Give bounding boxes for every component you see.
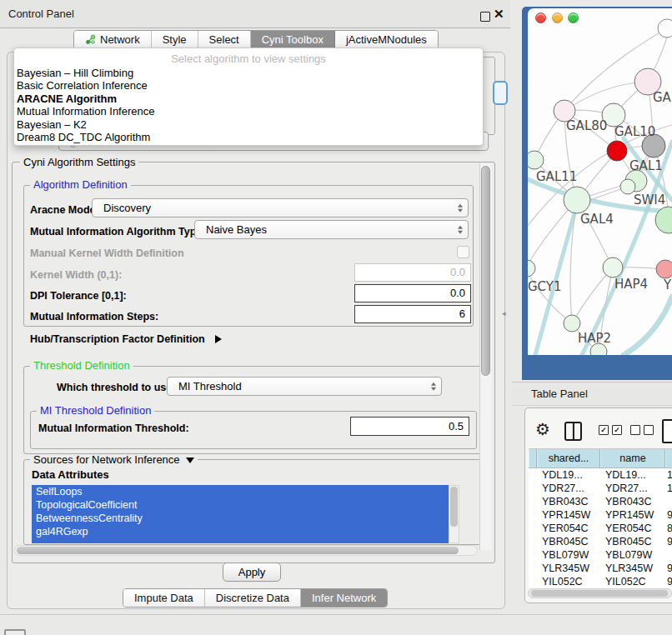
zoom-traffic-light-icon[interactable] bbox=[568, 12, 579, 23]
column-header[interactable]: A bbox=[665, 449, 672, 468]
sources-title[interactable]: Sources for Network Inference bbox=[30, 454, 198, 466]
table-cell: YBL079W bbox=[600, 548, 665, 562]
table-cell bbox=[529, 522, 537, 535]
table-cell: 13 bbox=[665, 468, 672, 482]
algorithm-option[interactable]: Mutual Information Inference bbox=[14, 105, 483, 118]
show-checked-icon[interactable]: ✓✓ bbox=[599, 425, 622, 435]
table-cell: 9. bbox=[665, 535, 672, 548]
table-row[interactable]: YPR145WYPR145W9. bbox=[529, 508, 672, 522]
algorithm-option[interactable]: Dream8 DC_TDC Algorithm bbox=[14, 131, 483, 143]
network-node[interactable] bbox=[658, 19, 672, 38]
tab-label: Select bbox=[209, 33, 239, 46]
data-attributes-list: SelfLoopsTopologicalCoefficientBetweenne… bbox=[32, 485, 449, 543]
node-label: GAL4 bbox=[580, 212, 614, 227]
column-header[interactable]: name bbox=[600, 449, 665, 468]
tab-label: jActiveMNodules bbox=[346, 33, 427, 46]
new-table-icon[interactable] bbox=[662, 419, 672, 443]
tab-infer-network[interactable]: Infer Network bbox=[301, 589, 387, 607]
column-header[interactable]: shared... bbox=[537, 449, 600, 468]
network-canvas[interactable]: GALGAL80GAL10GAL1GAL11GAL4SWI4HAP4YGCY1H… bbox=[528, 8, 672, 355]
network-node-gcy1[interactable] bbox=[528, 260, 535, 277]
network-node-y[interactable] bbox=[656, 260, 672, 278]
stepper-icon bbox=[458, 225, 463, 234]
table-row[interactable]: YDR27...YDR27...12 bbox=[529, 482, 672, 495]
mi-steps-field[interactable]: 6 bbox=[354, 305, 471, 323]
aracne-mode-label: Aracne Mode: bbox=[30, 204, 99, 216]
kernel-width-field[interactable]: 0.0 bbox=[354, 263, 471, 282]
node-label: HAP4 bbox=[614, 277, 648, 292]
data-attribute-item-partial[interactable] bbox=[32, 538, 449, 543]
network-node-gal4[interactable] bbox=[564, 187, 590, 213]
tab-impute-data[interactable]: Impute Data bbox=[123, 589, 205, 607]
network-node-gal1[interactable] bbox=[607, 141, 627, 161]
collapse-down-icon[interactable] bbox=[186, 458, 194, 463]
algorithm-option[interactable]: Basic Correlation Inference bbox=[14, 79, 483, 92]
tab-cyni-toolbox[interactable]: Cyni Toolbox bbox=[251, 31, 335, 48]
table-cell: YDL19... bbox=[537, 468, 600, 482]
settings-horizontal-scrollbar-thumb[interactable] bbox=[17, 547, 459, 554]
algorithm-option[interactable]: ARACNE Algorithm bbox=[14, 92, 483, 105]
data-attribute-item[interactable]: SelfLoops bbox=[32, 485, 449, 498]
table-header-row: shared...nameA bbox=[529, 448, 672, 468]
tab-select[interactable]: Select bbox=[198, 31, 251, 48]
table-row[interactable]: YLR345WYLR345W9. bbox=[529, 562, 672, 575]
column-header[interactable] bbox=[529, 449, 537, 468]
gear-icon[interactable]: ⚙ bbox=[535, 420, 550, 438]
table-row[interactable]: YIL052CYIL052C9 bbox=[529, 575, 672, 588]
float-window-icon[interactable] bbox=[480, 12, 490, 22]
tab-label: Cyni Toolbox bbox=[262, 33, 323, 46]
network-node-hap2[interactable] bbox=[564, 315, 580, 332]
columns-icon[interactable] bbox=[564, 422, 582, 441]
table-horizontal-scrollbar-thumb[interactable] bbox=[531, 590, 668, 597]
tab-label: Infer Network bbox=[312, 592, 376, 604]
tab-network[interactable]: Network bbox=[74, 31, 152, 48]
bottom-divider bbox=[0, 614, 672, 615]
table-cell: YDL19... bbox=[600, 468, 665, 482]
data-attribute-item[interactable]: BetweennessCentrality bbox=[32, 512, 449, 525]
tab-style[interactable]: Style bbox=[152, 31, 198, 48]
data-attribute-item[interactable]: gal4RGexp bbox=[32, 525, 449, 538]
minimize-traffic-light-icon[interactable] bbox=[552, 12, 563, 23]
splitter-collapse-icon[interactable]: ◂ bbox=[502, 309, 506, 318]
manual-kernel-width-checkbox[interactable] bbox=[457, 246, 469, 258]
stepper-icon bbox=[431, 382, 436, 391]
table-cell: 9. bbox=[665, 508, 672, 522]
algorithm-option[interactable]: Bayesian – Hill Climbing bbox=[14, 67, 483, 79]
dpi-tolerance-field[interactable]: 0.0 bbox=[354, 284, 471, 302]
apply-button[interactable]: Apply bbox=[223, 562, 281, 582]
mi-threshold-field[interactable]: 0.5 bbox=[350, 417, 469, 436]
docked-panel-icon[interactable] bbox=[4, 629, 26, 635]
aracne-mode-combo[interactable]: Discovery bbox=[92, 198, 469, 218]
hide-unchecked-icon[interactable] bbox=[630, 425, 654, 435]
node-label: SWI4 bbox=[634, 192, 665, 208]
attribute-list-scrollbar-thumb[interactable] bbox=[450, 487, 458, 527]
network-view-window[interactable]: GALGAL80GAL10GAL1GAL11GAL4SWI4HAP4YGCY1H… bbox=[528, 8, 672, 355]
tab-jactivemnodules[interactable]: jActiveMNodules bbox=[335, 31, 438, 48]
hub-definition-label[interactable]: Hub/Transcription Factor Definition bbox=[30, 333, 222, 345]
table-row[interactable]: YDL19...YDL19...13 bbox=[529, 468, 672, 482]
close-traffic-light-icon[interactable] bbox=[535, 12, 546, 23]
table-row[interactable]: YBR045CYBR045C9. bbox=[529, 535, 672, 548]
data-attribute-item[interactable]: TopologicalCoefficient bbox=[32, 498, 449, 512]
algorithm-option[interactable]: Bayesian – K2 bbox=[14, 118, 483, 131]
close-icon[interactable]: ✕ bbox=[494, 7, 504, 22]
which-threshold-combo[interactable]: MI Threshold bbox=[167, 377, 442, 396]
algorithm-dropdown-popup: Select algorithm to view settings Bayesi… bbox=[13, 48, 484, 146]
table-cell: YDR27... bbox=[537, 482, 600, 495]
expand-right-icon[interactable] bbox=[215, 335, 222, 343]
network-edge-highlighted[interactable] bbox=[624, 297, 672, 355]
table-row[interactable]: YBR043CYBR043C bbox=[529, 495, 672, 508]
mi-algorithm-type-combo[interactable]: Naive Bayes bbox=[194, 220, 469, 239]
settings-vertical-scrollbar-thumb[interactable] bbox=[481, 166, 490, 376]
table-cell: YPR145W bbox=[600, 508, 665, 522]
table-row[interactable]: YER054CYER054C8. bbox=[529, 522, 672, 535]
network-node-gal11[interactable] bbox=[528, 151, 544, 169]
table-row[interactable]: YBL079WYBL079W bbox=[529, 548, 672, 562]
table-cell: YER054C bbox=[537, 522, 600, 535]
table-cell: YBR043C bbox=[537, 495, 600, 508]
tab-discretize-data[interactable]: Discretize Data bbox=[205, 589, 301, 607]
table-body: YDL19...YDL19...13YDR27...YDR27...12YBR0… bbox=[529, 468, 672, 588]
node-label: Y bbox=[663, 278, 672, 292]
node-label: GAL1 bbox=[629, 158, 663, 173]
network-node-hap4[interactable] bbox=[603, 258, 623, 278]
